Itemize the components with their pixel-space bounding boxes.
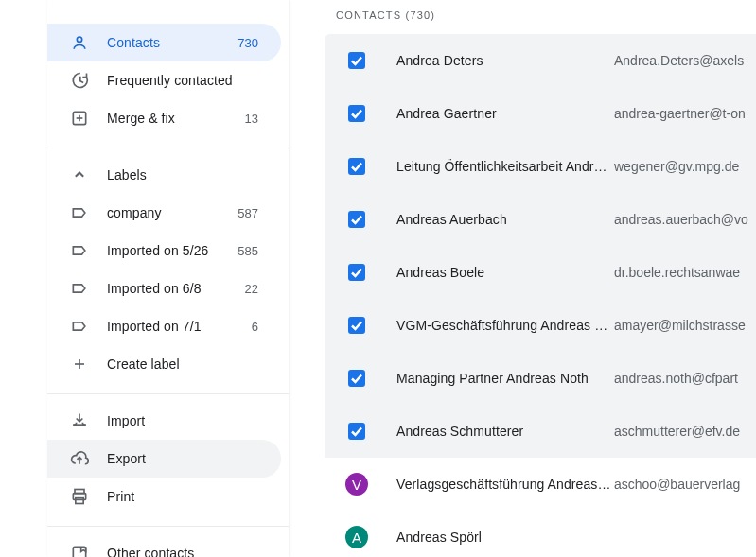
contact-row[interactable]: Andreas Boeledr.boele.rechtsanwae [325,246,756,299]
contact-name: Andrea Gaertner [396,106,614,121]
checkbox-checked-icon[interactable] [345,49,368,72]
checkbox-checked-icon[interactable] [345,314,368,337]
svg-rect-18 [348,370,365,387]
contact-name: Verlagsgeschäftsführung Andreas … [396,477,614,492]
sidebar-item-label: Merge & fix [107,111,245,126]
sidebar-item-contacts[interactable]: Contacts 730 [47,24,281,61]
contacts-panel: CONTACTS (730) Andrea DetersAndrea.Deter… [325,0,756,557]
sidebar-item-label: Imported on 7/1 [107,319,252,334]
plus-icon [70,355,89,374]
history-icon [70,71,89,90]
contacts-list-title: CONTACTS (730) [325,0,756,34]
sidebar-labels-group: Labels company 587 Imported on 5/26 585 … [47,156,289,386]
checkbox-checked-icon[interactable] [345,102,368,125]
sidebar-item-label: Print [107,489,258,504]
contact-name: Leitung Öffentlichkeitsarbeit Andre… [396,159,614,174]
checkbox-checked-icon[interactable] [345,208,368,231]
sidebar-item-count: 585 [237,244,258,258]
sidebar-item-label: company [107,205,237,220]
sidebar-item-import[interactable]: Import [47,402,281,440]
chevron-up-icon [70,165,89,184]
person-icon [70,33,89,52]
contact-row[interactable]: VVerlagsgeschäftsführung Andreas …aschoo… [325,458,756,511]
contact-row[interactable]: Andrea Gaertnerandrea-gaertner@t-on [325,87,756,140]
svg-rect-12 [348,52,365,69]
contact-email: dr.boele.rechtsanwae [614,265,740,280]
contact-email: andrea-gaertner@t-on [614,106,746,121]
contact-row[interactable]: Andreas Schmuttereraschmutterer@efv.de [325,405,756,458]
checkbox-checked-icon[interactable] [345,367,368,390]
contact-avatar[interactable]: V [345,473,368,496]
contact-name: VGM-Geschäftsführung Andreas M… [396,318,614,333]
sidebar-item-merge-fix[interactable]: Merge & fix 13 [47,99,281,137]
sidebar-section-label: Labels [107,167,258,183]
sidebar-label-imported-71[interactable]: Imported on 7/1 6 [47,307,281,345]
sidebar-item-label: Export [107,451,258,466]
sidebar: Contacts 730 Frequently contacted Merge … [47,0,289,557]
svg-rect-15 [348,211,365,228]
contact-email: Andrea.Deters@axels [614,53,744,68]
svg-point-0 [77,37,81,42]
sidebar-item-label: Import [107,413,258,428]
import-icon [70,411,89,430]
sidebar-create-label[interactable]: Create label [47,345,281,383]
sidebar-item-export[interactable]: Export [47,440,281,478]
checkbox-checked-icon[interactable] [345,261,368,284]
sidebar-item-count: 13 [245,112,258,126]
label-icon [70,241,89,260]
contact-email: andreas.auerbach@vo [614,212,748,227]
sidebar-item-label: Create label [107,357,258,372]
sidebar-item-label: Contacts [107,35,237,50]
sidebar-item-frequent[interactable]: Frequently contacted [47,61,281,99]
merge-fix-icon [70,109,89,128]
sidebar-item-count: 22 [245,282,258,296]
contact-row[interactable]: VGM-Geschäftsführung Andreas M…amayer@mi… [325,299,756,352]
export-icon [70,449,89,468]
print-icon [70,487,89,506]
contact-email: aschmutterer@efv.de [614,424,740,439]
contacts-list: Andrea DetersAndrea.Deters@axelsAndrea G… [325,34,756,557]
svg-rect-16 [348,264,365,281]
contact-row[interactable]: Leitung Öffentlichkeitsarbeit Andre…wege… [325,140,756,193]
contact-row[interactable]: Andrea DetersAndrea.Deters@axels [325,34,756,87]
contact-name: Andrea Deters [396,53,614,68]
contact-row[interactable]: AAndreas Spörl [325,511,756,557]
contact-name: Andreas Auerbach [396,212,614,227]
sidebar-item-label: Imported on 5/26 [107,243,237,258]
checkbox-checked-icon[interactable] [345,420,368,443]
svg-rect-11 [73,547,85,557]
sidebar-labels-header[interactable]: Labels [47,156,281,194]
sidebar-label-imported-526[interactable]: Imported on 5/26 585 [47,232,281,270]
label-icon [70,279,89,298]
sidebar-label-company[interactable]: company 587 [47,194,281,232]
sidebar-main-group: Contacts 730 Frequently contacted Merge … [47,24,289,140]
sidebar-tools-group: Import Export Print [47,402,289,518]
sidebar-item-other-contacts[interactable]: Other contacts [47,534,281,557]
sidebar-item-label: Frequently contacted [107,73,258,88]
sidebar-item-count: 6 [252,320,258,334]
svg-rect-13 [348,105,365,122]
contact-email: aschoo@bauerverlag [614,477,740,492]
contact-name: Andreas Schmutterer [396,424,614,439]
sidebar-label-imported-68[interactable]: Imported on 6/8 22 [47,270,281,307]
contact-row[interactable]: Managing Partner Andreas Nothandreas.not… [325,352,756,405]
sidebar-other-group: Other contacts [47,534,289,557]
contact-avatar[interactable]: A [345,526,368,548]
sidebar-item-print[interactable]: Print [47,478,281,515]
label-icon [70,317,89,336]
sidebar-item-count: 730 [237,36,258,50]
sidebar-item-count: 587 [237,206,258,220]
checkbox-checked-icon[interactable] [345,155,368,178]
svg-rect-17 [348,317,365,334]
svg-rect-14 [348,158,365,175]
contact-name: Andreas Spörl [396,530,614,545]
contact-name: Managing Partner Andreas Noth [396,371,614,386]
svg-rect-19 [348,423,365,440]
contact-email: wegener@gv.mpg.de [614,159,739,174]
contact-email: amayer@milchstrasse [614,318,746,333]
contact-row[interactable]: Andreas Auerbachandreas.auerbach@vo [325,193,756,246]
sidebar-item-label: Imported on 6/8 [107,281,245,296]
contact-email: andreas.noth@cfpart [614,371,738,386]
label-icon [70,203,89,222]
sidebar-item-label: Other contacts [107,546,258,557]
